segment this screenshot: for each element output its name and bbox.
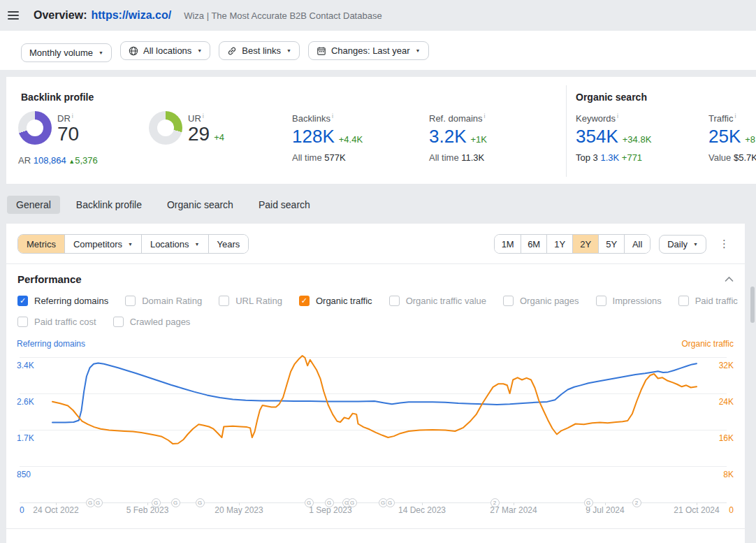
backlinks-alltime-value: 577K [324,152,345,163]
backlink-profile-title: Backlink profile [21,92,94,103]
keywords-value[interactable]: 354K [576,126,618,147]
target-url-link[interactable]: https://wiza.co/ [91,9,171,22]
dr-label: DR [57,113,71,124]
range-button-1m[interactable]: 1M [495,235,521,253]
performance-chart[interactable]: Referring domainsOrganic traffic3.4K32K2… [6,337,745,522]
ref-domains-value[interactable]: 3.2K [429,126,467,147]
toolbar-button-metrics[interactable]: Metrics [18,235,64,253]
range-button-2y[interactable]: 2Y [572,235,598,253]
range-button-6m[interactable]: 6M [521,235,546,253]
ar-delta: 5,376 [75,155,98,166]
info-icon[interactable]: i [734,113,736,120]
calendar-icon [317,46,326,56]
keywords-sub-label: Top 3 [576,152,598,163]
info-icon[interactable]: i [617,113,618,120]
keywords-delta: +34.8K [623,134,652,145]
unchecked-checkbox-icon [678,296,689,306]
menu-icon[interactable] [8,9,20,22]
x-axis-label: 24 Oct 2022 [33,505,78,515]
collapse-chevron-up-icon[interactable] [725,276,734,282]
tab-backlink-profile[interactable]: Backlink profile [67,196,151,214]
checkbox-referring-domains[interactable]: ✓Referring domains [17,296,108,306]
checkbox-organic-traffic-value[interactable]: Organic traffic value [389,296,486,306]
ar-value[interactable]: 108,864 [34,155,66,166]
checkbox-paid-traffic[interactable]: Paid traffic [678,296,738,306]
page-subtitle: Wiza | The Most Accurate B2B Contact Dat… [184,10,382,21]
backlinks-delta: +4.4K [339,134,363,145]
ur-delta: +4 [214,132,224,143]
chevron-down-icon: ▼ [693,242,698,247]
up-triangle-icon: ▲ [68,158,75,165]
unchecked-checkbox-icon [125,296,136,306]
unchecked-checkbox-icon [503,296,514,306]
filter-button-best-links[interactable]: Best links▼ [219,41,300,60]
range-button-5y[interactable]: 5Y [598,235,624,253]
series-line-referring-domains [52,363,697,423]
unchecked-checkbox-icon [596,296,606,306]
ref-domains-delta: +1K [471,134,488,145]
range-button-1y[interactable]: 1Y [546,235,572,253]
keywords-sub-delta: +771 [622,152,642,163]
tab-general[interactable]: General [7,196,60,214]
traffic-value[interactable]: 25K [708,126,741,147]
metric-checkboxes: ✓Referring domainsDomain RatingURL Ratin… [6,296,745,327]
globe-icon [129,46,138,56]
checked-checkbox-icon: ✓ [17,296,28,306]
filter-button-all-locations[interactable]: All locations▼ [120,41,210,60]
granularity-dropdown[interactable]: Daily▼ [659,235,706,254]
organic-search-title: Organic search [576,92,647,103]
tab-paid-search[interactable]: Paid search [249,196,319,214]
divider [6,528,745,529]
chevron-down-icon: ▼ [197,48,202,53]
filter-button-changes-last-year[interactable]: Changes: Last year▼ [308,41,429,60]
checkbox-impressions[interactable]: Impressions [596,296,662,306]
chart-plot-area[interactable] [20,357,727,502]
left-axis-zero: 0 [20,505,24,515]
chevron-down-icon: ▼ [416,48,421,53]
chart-toolbar: MetricsCompetitors▼Locations▼Years 1M6M1… [6,224,745,254]
traffic-sub-value: $5.7K [734,152,756,163]
traffic-sub-label: Value [708,152,731,163]
range-button-all[interactable]: All [624,235,650,253]
backlinks-value[interactable]: 128K [292,126,335,147]
chevron-down-icon: ▼ [128,242,133,247]
x-axis-label: 5 Feb 2023 [126,505,169,515]
filter-row: Monthly volume▼All locations▼Best links▼… [0,31,756,70]
checkbox-domain-rating[interactable]: Domain Rating [125,296,202,306]
more-options-icon[interactable]: ⋮ [715,238,734,250]
x-axis-label: 9 Jul 2024 [586,505,624,515]
x-axis-line [20,502,727,503]
checkbox-paid-traffic-cost[interactable]: Paid traffic cost [17,317,96,327]
section-divider [566,85,567,177]
filter-button-monthly-volume[interactable]: Monthly volume▼ [21,43,112,62]
tab-organic-search[interactable]: Organic search [158,196,242,214]
dr-donut-chart [18,111,52,145]
left-axis-title: Referring domains [17,339,85,349]
ar-label: AR [18,155,31,166]
right-axis-zero: 0 [729,505,734,515]
chevron-down-icon: ▼ [286,48,291,53]
keywords-sub-value[interactable]: 1.3K [600,152,619,163]
info-icon[interactable]: i [72,113,73,120]
toolbar-button-locations[interactable]: Locations▼ [141,235,208,253]
metrics-button-group: MetricsCompetitors▼Locations▼Years [17,234,249,254]
checkbox-organic-traffic[interactable]: ✓Organic traffic [299,296,372,306]
unchecked-checkbox-icon [389,296,400,306]
checkbox-organic-pages[interactable]: Organic pages [503,296,579,306]
series-line-organic-traffic [52,356,697,444]
checkbox-crawled-pages[interactable]: Crawled pages [113,317,191,327]
overview-metrics-card: Backlink profile Organic search DRi 70 A… [6,77,756,184]
unchecked-checkbox-icon [17,317,28,327]
right-axis-title: Organic traffic [682,339,734,349]
link-icon [227,46,237,56]
info-icon[interactable]: i [332,113,333,120]
toolbar-button-competitors[interactable]: Competitors▼ [64,235,141,253]
checkbox-url-rating[interactable]: URL Rating [219,296,282,306]
top-header: Overview: https://wiza.co/ Wiza | The Mo… [0,0,756,31]
ref-domains-alltime-value: 11.3K [461,152,484,163]
keywords-label: Keywords [576,113,616,124]
scrollbar-thumb[interactable] [750,287,755,323]
info-icon[interactable]: i [484,113,486,120]
info-icon[interactable]: i [203,113,204,120]
toolbar-button-years[interactable]: Years [208,235,249,253]
